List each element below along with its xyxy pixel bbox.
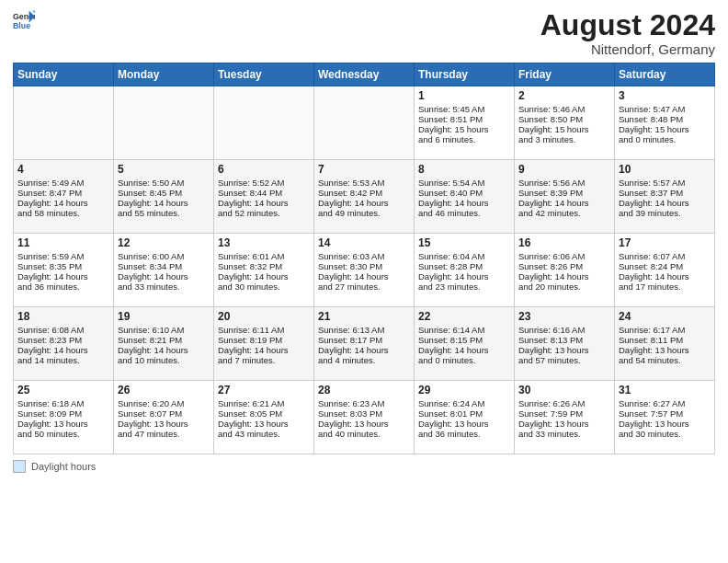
calendar-cell [14, 86, 114, 160]
calendar-cell: 26Sunrise: 6:20 AMSunset: 8:07 PMDayligh… [114, 381, 214, 454]
footer: Daylight hours [13, 460, 715, 473]
day-info: Sunrise: 5:54 AM [418, 178, 510, 188]
day-info: Sunset: 8:26 PM [518, 261, 610, 271]
calendar-cell: 2Sunrise: 5:46 AMSunset: 8:50 PMDaylight… [515, 86, 615, 160]
calendar-cell: 6Sunrise: 5:52 AMSunset: 8:44 PMDaylight… [214, 160, 314, 234]
calendar-cell: 19Sunrise: 6:10 AMSunset: 8:21 PMDayligh… [114, 307, 214, 381]
calendar-cell [314, 86, 415, 160]
day-info: Daylight: 13 hours [518, 419, 610, 429]
generalblue-logo-icon: General Blue [13, 9, 35, 31]
day-info: Sunset: 8:40 PM [418, 188, 510, 198]
day-number: 6 [218, 163, 310, 176]
day-info: Sunset: 8:39 PM [518, 188, 610, 198]
daylight-label: Daylight hours [31, 461, 96, 472]
day-info: Sunset: 8:07 PM [118, 408, 210, 419]
day-info: and 58 minutes. [17, 208, 109, 218]
day-number: 23 [518, 310, 610, 323]
col-sunday: Sunday [14, 63, 114, 86]
day-info: and 0 minutes. [418, 355, 510, 365]
day-info: Sunset: 8:15 PM [418, 335, 510, 345]
day-info: Sunset: 8:17 PM [318, 335, 410, 345]
day-info: Sunrise: 5:57 AM [619, 178, 711, 188]
day-info: Sunset: 8:09 PM [17, 408, 109, 419]
day-info: Sunset: 8:11 PM [619, 335, 711, 345]
day-info: Sunrise: 6:14 AM [418, 325, 510, 335]
day-info: Daylight: 13 hours [619, 345, 711, 355]
day-info: Sunset: 8:47 PM [17, 188, 109, 198]
day-info: and 39 minutes. [619, 208, 711, 218]
month-year-title: August 2024 [540, 9, 715, 41]
day-info: Daylight: 14 hours [518, 198, 610, 208]
day-info: Sunrise: 6:06 AM [518, 251, 610, 261]
day-info: Sunset: 8:32 PM [218, 261, 310, 271]
col-saturday: Saturday [615, 63, 715, 86]
calendar-cell: 9Sunrise: 5:56 AMSunset: 8:39 PMDaylight… [515, 160, 615, 234]
day-number: 25 [17, 384, 109, 396]
calendar-week-row: 4Sunrise: 5:49 AMSunset: 8:47 PMDaylight… [14, 160, 715, 234]
day-info: Sunrise: 6:23 AM [318, 398, 410, 408]
day-info: Daylight: 14 hours [318, 271, 410, 282]
day-info: Sunset: 7:59 PM [518, 408, 610, 419]
day-info: and 27 minutes. [318, 282, 410, 292]
day-info: Sunrise: 6:18 AM [17, 398, 109, 408]
calendar-cell: 12Sunrise: 6:00 AMSunset: 8:34 PMDayligh… [114, 234, 214, 307]
calendar-cell: 13Sunrise: 6:01 AMSunset: 8:32 PMDayligh… [214, 234, 314, 307]
day-info: Sunrise: 6:27 AM [619, 398, 711, 408]
day-number: 31 [619, 384, 711, 396]
calendar-cell: 7Sunrise: 5:53 AMSunset: 8:42 PMDaylight… [314, 160, 415, 234]
day-info: Sunset: 8:30 PM [318, 261, 410, 271]
day-number: 10 [619, 163, 711, 176]
day-info: Sunset: 8:19 PM [218, 335, 310, 345]
day-info: Daylight: 14 hours [318, 345, 410, 355]
calendar-cell: 27Sunrise: 6:21 AMSunset: 8:05 PMDayligh… [214, 381, 314, 454]
calendar-week-row: 25Sunrise: 6:18 AMSunset: 8:09 PMDayligh… [14, 381, 715, 454]
day-info: Daylight: 13 hours [518, 345, 610, 355]
day-info: and 47 minutes. [118, 429, 210, 439]
header: General Blue August 2024 Nittendorf, Ger… [13, 9, 715, 57]
day-info: Sunrise: 6:07 AM [619, 251, 711, 261]
day-info: Sunrise: 6:13 AM [318, 325, 410, 335]
day-info: Sunrise: 5:46 AM [518, 104, 610, 114]
day-info: Sunrise: 6:20 AM [118, 398, 210, 408]
calendar-cell [214, 86, 314, 160]
day-info: and 57 minutes. [518, 355, 610, 365]
day-info: Daylight: 14 hours [619, 271, 711, 282]
day-info: Sunrise: 5:50 AM [118, 178, 210, 188]
day-info: Sunset: 8:01 PM [418, 408, 510, 419]
calendar-cell: 10Sunrise: 5:57 AMSunset: 8:37 PMDayligh… [615, 160, 715, 234]
day-info: Daylight: 14 hours [318, 198, 410, 208]
day-info: and 54 minutes. [619, 355, 711, 365]
day-info: Sunrise: 6:04 AM [418, 251, 510, 261]
day-info: Daylight: 13 hours [118, 419, 210, 429]
calendar-cell: 25Sunrise: 6:18 AMSunset: 8:09 PMDayligh… [14, 381, 114, 454]
calendar-cell: 18Sunrise: 6:08 AMSunset: 8:23 PMDayligh… [14, 307, 114, 381]
day-info: Sunrise: 6:21 AM [218, 398, 310, 408]
day-info: Daylight: 14 hours [17, 271, 109, 282]
calendar-header-row: Sunday Monday Tuesday Wednesday Thursday… [14, 63, 715, 86]
day-info: Daylight: 14 hours [518, 271, 610, 282]
day-info: Daylight: 14 hours [118, 271, 210, 282]
calendar-cell: 31Sunrise: 6:27 AMSunset: 7:57 PMDayligh… [615, 381, 715, 454]
day-info: Sunset: 8:42 PM [318, 188, 410, 198]
day-info: Daylight: 15 hours [418, 124, 510, 134]
day-info: and 30 minutes. [218, 282, 310, 292]
day-info: and 46 minutes. [418, 208, 510, 218]
day-number: 14 [318, 236, 410, 249]
day-info: Sunrise: 6:08 AM [17, 325, 109, 335]
calendar-week-row: 18Sunrise: 6:08 AMSunset: 8:23 PMDayligh… [14, 307, 715, 381]
col-friday: Friday [515, 63, 615, 86]
day-info: Sunrise: 5:53 AM [318, 178, 410, 188]
day-info: Sunrise: 5:47 AM [619, 104, 711, 114]
calendar-cell: 14Sunrise: 6:03 AMSunset: 8:30 PMDayligh… [314, 234, 415, 307]
day-info: Daylight: 14 hours [17, 198, 109, 208]
calendar-cell: 21Sunrise: 6:13 AMSunset: 8:17 PMDayligh… [314, 307, 415, 381]
logo: General Blue [13, 9, 35, 31]
day-info: Daylight: 14 hours [619, 198, 711, 208]
calendar-cell: 8Sunrise: 5:54 AMSunset: 8:40 PMDaylight… [415, 160, 515, 234]
day-info: Sunrise: 6:01 AM [218, 251, 310, 261]
day-info: Sunset: 8:24 PM [619, 261, 711, 271]
calendar-cell: 22Sunrise: 6:14 AMSunset: 8:15 PMDayligh… [415, 307, 515, 381]
day-info: and 55 minutes. [118, 208, 210, 218]
day-info: Daylight: 15 hours [518, 124, 610, 134]
day-info: and 6 minutes. [418, 134, 510, 144]
